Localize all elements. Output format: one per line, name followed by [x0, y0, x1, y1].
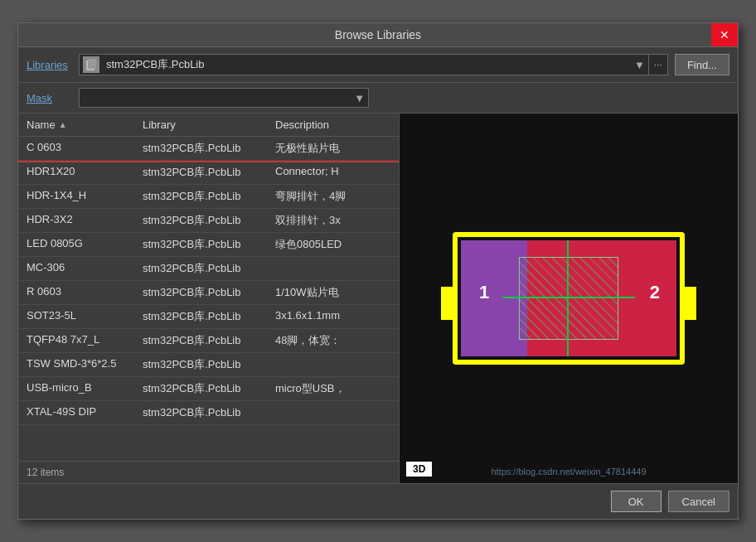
library-dropdown-arrow[interactable]: ▼ — [631, 59, 648, 71]
cell-name: HDR1X20 — [18, 163, 134, 181]
table-row[interactable]: SOT23-5L stm32PCB库.PcbLib 3x1.6x1.1mm — [18, 305, 399, 329]
cell-description: micro型USB， — [267, 380, 399, 398]
pad-left — [441, 287, 458, 320]
cell-description — [267, 404, 399, 422]
cell-name: R 0603 — [18, 283, 134, 302]
library-path-container[interactable]: stm32PCB库.PcbLib ▼ ··· — [79, 54, 668, 75]
mask-label: Mask — [27, 92, 72, 104]
cancel-button[interactable]: Cancel — [668, 491, 729, 512]
cell-description — [267, 356, 399, 374]
cell-name: TQFP48 7x7_L — [18, 331, 134, 350]
cell-name: C 0603 — [18, 139, 134, 157]
cell-library: stm32PCB库.PcbLib — [134, 235, 267, 254]
dialog-title: Browse Libraries — [335, 28, 421, 41]
col-header-library: Library — [134, 117, 267, 133]
cell-library: stm32PCB库.PcbLib — [134, 163, 267, 181]
table-row[interactable]: HDR-3X2 stm32PCB库.PcbLib 双排排针，3x — [18, 209, 399, 233]
table-row[interactable]: HDR1X20 stm32PCB库.PcbLib Connector; H — [18, 161, 399, 185]
cell-library: stm32PCB库.PcbLib — [134, 211, 267, 230]
table-row[interactable]: C 0603 stm32PCB库.PcbLib 无极性贴片电 — [18, 137, 399, 161]
cell-library: stm32PCB库.PcbLib — [134, 283, 267, 302]
pad-area-left — [461, 240, 527, 356]
cell-description — [267, 259, 399, 278]
library-path-text: stm32PCB库.PcbLib — [103, 57, 631, 72]
cell-name: LED 0805G — [18, 235, 134, 254]
mask-row: Mask ▼ — [18, 83, 738, 114]
cell-description: 无极性贴片电 — [267, 139, 399, 157]
ok-button[interactable]: OK — [611, 491, 662, 512]
svg-rect-1 — [88, 59, 96, 69]
component-preview: 1 2 — [453, 215, 685, 381]
pad-number-1: 1 — [479, 282, 489, 303]
bottom-bar: OK Cancel — [18, 483, 738, 519]
left-panel: Name ▲ Library Description C 0603 stm32P… — [18, 114, 400, 483]
pad-number-2: 2 — [650, 282, 660, 303]
table-row[interactable]: LED 0805G stm32PCB库.PcbLib 绿色0805LED — [18, 233, 399, 257]
close-button[interactable]: ✕ — [711, 23, 738, 46]
col-header-name: Name ▲ — [18, 117, 134, 133]
pad-right — [680, 287, 696, 320]
cell-description: 弯脚排针，4脚 — [267, 187, 399, 206]
cell-name: TSW SMD-3*6*2.5 — [18, 356, 134, 374]
cell-description: 1/10W贴片电 — [267, 283, 399, 302]
libraries-label: Libraries — [27, 59, 72, 71]
cell-library: stm32PCB库.PcbLib — [134, 307, 267, 326]
cell-description: 双排排针，3x — [267, 211, 399, 230]
table-body[interactable]: C 0603 stm32PCB库.PcbLib 无极性贴片电 HDR1X20 s… — [18, 137, 399, 461]
cell-name: SOT23-5L — [18, 307, 134, 326]
main-area: Name ▲ Library Description C 0603 stm32P… — [18, 114, 738, 483]
cell-library: stm32PCB库.PcbLib — [134, 404, 267, 422]
cell-library: stm32PCB库.PcbLib — [134, 380, 267, 398]
table-header: Name ▲ Library Description — [18, 114, 399, 137]
three-d-button[interactable]: 3D — [406, 462, 432, 477]
mask-dropdown-arrow[interactable]: ▼ — [351, 92, 368, 104]
cell-name: USB-micro_B — [18, 380, 134, 398]
cell-name: MC-306 — [18, 259, 134, 278]
col-header-description: Description — [267, 117, 399, 133]
cell-description: 3x1.6x1.1mm — [267, 307, 399, 326]
cell-library: stm32PCB库.PcbLib — [134, 187, 267, 206]
cell-library: stm32PCB库.PcbLib — [134, 356, 267, 374]
browse-libraries-dialog: Browse Libraries ✕ Libraries stm32PCB库.P… — [17, 22, 739, 520]
title-bar: Browse Libraries ✕ — [18, 23, 738, 47]
table-row[interactable]: XTAL-49S DIP stm32PCB库.PcbLib — [18, 401, 399, 425]
table-row[interactable]: R 0603 stm32PCB库.PcbLib 1/10W贴片电 — [18, 281, 399, 305]
table-row[interactable]: MC-306 stm32PCB库.PcbLib — [18, 257, 399, 281]
cell-description: Connector; H — [267, 163, 399, 181]
table-row[interactable]: TQFP48 7x7_L stm32PCB库.PcbLib 48脚，体宽： — [18, 329, 399, 353]
cell-library: stm32PCB库.PcbLib — [134, 259, 267, 278]
crosshair-horizontal — [502, 297, 635, 298]
cell-description: 48脚，体宽： — [267, 331, 399, 350]
preview-area: 1 2 3D — [400, 114, 738, 483]
sort-arrow: ▲ — [59, 120, 67, 129]
hatch-area — [519, 257, 618, 340]
table-row[interactable]: USB-micro_B stm32PCB库.PcbLib micro型USB， — [18, 377, 399, 401]
table-row[interactable]: TSW SMD-3*6*2.5 stm32PCB库.PcbLib — [18, 353, 399, 377]
library-file-icon — [83, 56, 99, 73]
mask-input[interactable] — [80, 92, 368, 104]
crosshair-vertical — [567, 240, 569, 356]
cell-name: HDR-1X4_H — [18, 187, 134, 206]
status-bar: 12 items — [18, 461, 399, 483]
right-panel: 1 2 3D https://blog.csdn.net/weixin_4781… — [400, 114, 738, 483]
cell-library: stm32PCB库.PcbLib — [134, 139, 267, 157]
cell-name: XTAL-49S DIP — [18, 404, 134, 422]
cell-name: HDR-3X2 — [18, 211, 134, 230]
library-dots-button[interactable]: ··· — [648, 55, 667, 75]
items-count: 12 items — [27, 467, 64, 478]
mask-input-container[interactable]: ▼ — [79, 88, 369, 108]
find-button[interactable]: Find... — [675, 54, 729, 75]
table-row[interactable]: HDR-1X4_H stm32PCB库.PcbLib 弯脚排针，4脚 — [18, 185, 399, 209]
libraries-row: Libraries stm32PCB库.PcbLib ▼ ··· Find... — [18, 47, 738, 83]
cell-description: 绿色0805LED — [267, 235, 399, 254]
cell-library: stm32PCB库.PcbLib — [134, 331, 267, 350]
